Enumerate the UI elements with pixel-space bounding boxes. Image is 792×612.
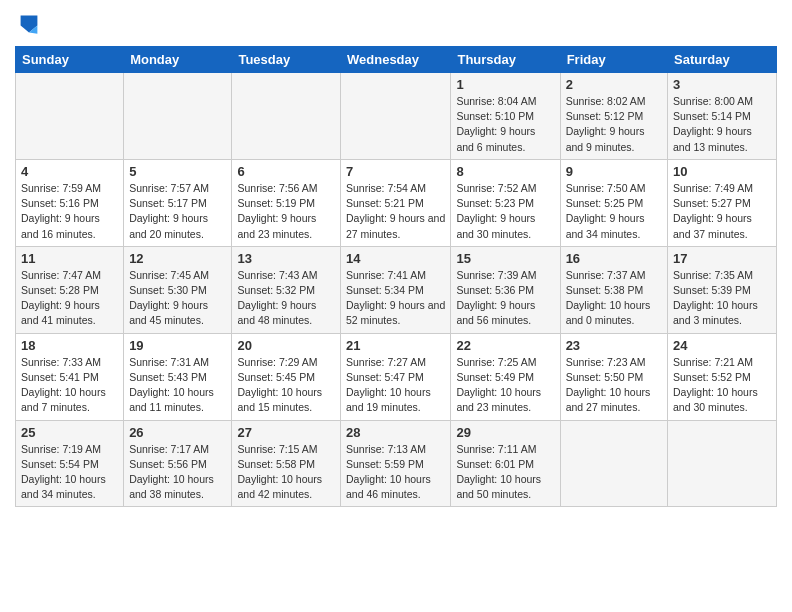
day-number: 21 <box>346 338 445 353</box>
day-info: Sunrise: 8:02 AMSunset: 5:12 PMDaylight:… <box>566 94 662 155</box>
day-info: Sunrise: 7:19 AMSunset: 5:54 PMDaylight:… <box>21 442 118 503</box>
calendar-cell: 21Sunrise: 7:27 AMSunset: 5:47 PMDayligh… <box>341 333 451 420</box>
weekday-header: Thursday <box>451 47 560 73</box>
day-info: Sunrise: 7:59 AMSunset: 5:16 PMDaylight:… <box>21 181 118 242</box>
day-number: 19 <box>129 338 226 353</box>
weekday-header: Tuesday <box>232 47 341 73</box>
day-number: 11 <box>21 251 118 266</box>
day-info: Sunrise: 7:31 AMSunset: 5:43 PMDaylight:… <box>129 355 226 416</box>
calendar-cell: 6Sunrise: 7:56 AMSunset: 5:19 PMDaylight… <box>232 159 341 246</box>
calendar-week-row: 11Sunrise: 7:47 AMSunset: 5:28 PMDayligh… <box>16 246 777 333</box>
weekday-header: Monday <box>124 47 232 73</box>
calendar-week-row: 18Sunrise: 7:33 AMSunset: 5:41 PMDayligh… <box>16 333 777 420</box>
day-info: Sunrise: 7:13 AMSunset: 5:59 PMDaylight:… <box>346 442 445 503</box>
weekday-header: Saturday <box>668 47 777 73</box>
day-number: 25 <box>21 425 118 440</box>
day-info: Sunrise: 7:45 AMSunset: 5:30 PMDaylight:… <box>129 268 226 329</box>
day-number: 9 <box>566 164 662 179</box>
calendar-cell: 10Sunrise: 7:49 AMSunset: 5:27 PMDayligh… <box>668 159 777 246</box>
calendar-cell: 24Sunrise: 7:21 AMSunset: 5:52 PMDayligh… <box>668 333 777 420</box>
calendar-cell: 29Sunrise: 7:11 AMSunset: 6:01 PMDayligh… <box>451 420 560 507</box>
weekday-header: Friday <box>560 47 667 73</box>
calendar-cell: 27Sunrise: 7:15 AMSunset: 5:58 PMDayligh… <box>232 420 341 507</box>
logo-icon <box>15 10 43 38</box>
day-number: 15 <box>456 251 554 266</box>
day-number: 7 <box>346 164 445 179</box>
day-info: Sunrise: 7:17 AMSunset: 5:56 PMDaylight:… <box>129 442 226 503</box>
day-number: 4 <box>21 164 118 179</box>
day-number: 16 <box>566 251 662 266</box>
page-header <box>15 10 777 38</box>
day-number: 1 <box>456 77 554 92</box>
calendar-cell: 14Sunrise: 7:41 AMSunset: 5:34 PMDayligh… <box>341 246 451 333</box>
calendar-cell: 23Sunrise: 7:23 AMSunset: 5:50 PMDayligh… <box>560 333 667 420</box>
day-number: 6 <box>237 164 335 179</box>
weekday-header: Sunday <box>16 47 124 73</box>
day-number: 17 <box>673 251 771 266</box>
calendar-cell <box>668 420 777 507</box>
calendar-cell <box>341 73 451 160</box>
weekday-header-row: SundayMondayTuesdayWednesdayThursdayFrid… <box>16 47 777 73</box>
calendar-cell: 11Sunrise: 7:47 AMSunset: 5:28 PMDayligh… <box>16 246 124 333</box>
day-info: Sunrise: 8:04 AMSunset: 5:10 PMDaylight:… <box>456 94 554 155</box>
calendar-cell: 22Sunrise: 7:25 AMSunset: 5:49 PMDayligh… <box>451 333 560 420</box>
day-info: Sunrise: 7:57 AMSunset: 5:17 PMDaylight:… <box>129 181 226 242</box>
day-number: 12 <box>129 251 226 266</box>
calendar-cell <box>560 420 667 507</box>
day-number: 5 <box>129 164 226 179</box>
calendar-cell: 16Sunrise: 7:37 AMSunset: 5:38 PMDayligh… <box>560 246 667 333</box>
calendar-cell: 18Sunrise: 7:33 AMSunset: 5:41 PMDayligh… <box>16 333 124 420</box>
day-number: 10 <box>673 164 771 179</box>
calendar-cell: 3Sunrise: 8:00 AMSunset: 5:14 PMDaylight… <box>668 73 777 160</box>
day-info: Sunrise: 7:56 AMSunset: 5:19 PMDaylight:… <box>237 181 335 242</box>
day-number: 20 <box>237 338 335 353</box>
day-info: Sunrise: 7:27 AMSunset: 5:47 PMDaylight:… <box>346 355 445 416</box>
calendar-cell: 7Sunrise: 7:54 AMSunset: 5:21 PMDaylight… <box>341 159 451 246</box>
logo <box>15 10 47 38</box>
calendar-cell <box>16 73 124 160</box>
calendar-cell: 9Sunrise: 7:50 AMSunset: 5:25 PMDaylight… <box>560 159 667 246</box>
calendar-cell <box>232 73 341 160</box>
calendar-cell: 25Sunrise: 7:19 AMSunset: 5:54 PMDayligh… <box>16 420 124 507</box>
calendar-cell: 13Sunrise: 7:43 AMSunset: 5:32 PMDayligh… <box>232 246 341 333</box>
calendar-cell: 2Sunrise: 8:02 AMSunset: 5:12 PMDaylight… <box>560 73 667 160</box>
day-info: Sunrise: 7:29 AMSunset: 5:45 PMDaylight:… <box>237 355 335 416</box>
day-info: Sunrise: 7:52 AMSunset: 5:23 PMDaylight:… <box>456 181 554 242</box>
day-number: 13 <box>237 251 335 266</box>
calendar-cell: 20Sunrise: 7:29 AMSunset: 5:45 PMDayligh… <box>232 333 341 420</box>
day-number: 23 <box>566 338 662 353</box>
calendar-cell: 26Sunrise: 7:17 AMSunset: 5:56 PMDayligh… <box>124 420 232 507</box>
day-info: Sunrise: 8:00 AMSunset: 5:14 PMDaylight:… <box>673 94 771 155</box>
day-info: Sunrise: 7:35 AMSunset: 5:39 PMDaylight:… <box>673 268 771 329</box>
calendar-cell: 28Sunrise: 7:13 AMSunset: 5:59 PMDayligh… <box>341 420 451 507</box>
weekday-header: Wednesday <box>341 47 451 73</box>
day-info: Sunrise: 7:43 AMSunset: 5:32 PMDaylight:… <box>237 268 335 329</box>
day-info: Sunrise: 7:11 AMSunset: 6:01 PMDaylight:… <box>456 442 554 503</box>
day-info: Sunrise: 7:54 AMSunset: 5:21 PMDaylight:… <box>346 181 445 242</box>
calendar-week-row: 4Sunrise: 7:59 AMSunset: 5:16 PMDaylight… <box>16 159 777 246</box>
day-number: 24 <box>673 338 771 353</box>
day-number: 2 <box>566 77 662 92</box>
calendar-cell: 5Sunrise: 7:57 AMSunset: 5:17 PMDaylight… <box>124 159 232 246</box>
day-number: 8 <box>456 164 554 179</box>
calendar-week-row: 25Sunrise: 7:19 AMSunset: 5:54 PMDayligh… <box>16 420 777 507</box>
calendar-week-row: 1Sunrise: 8:04 AMSunset: 5:10 PMDaylight… <box>16 73 777 160</box>
calendar-cell: 8Sunrise: 7:52 AMSunset: 5:23 PMDaylight… <box>451 159 560 246</box>
calendar-cell: 15Sunrise: 7:39 AMSunset: 5:36 PMDayligh… <box>451 246 560 333</box>
day-info: Sunrise: 7:37 AMSunset: 5:38 PMDaylight:… <box>566 268 662 329</box>
day-info: Sunrise: 7:50 AMSunset: 5:25 PMDaylight:… <box>566 181 662 242</box>
day-info: Sunrise: 7:21 AMSunset: 5:52 PMDaylight:… <box>673 355 771 416</box>
day-number: 29 <box>456 425 554 440</box>
day-info: Sunrise: 7:49 AMSunset: 5:27 PMDaylight:… <box>673 181 771 242</box>
calendar-cell: 19Sunrise: 7:31 AMSunset: 5:43 PMDayligh… <box>124 333 232 420</box>
day-number: 26 <box>129 425 226 440</box>
calendar-cell: 12Sunrise: 7:45 AMSunset: 5:30 PMDayligh… <box>124 246 232 333</box>
calendar-table: SundayMondayTuesdayWednesdayThursdayFrid… <box>15 46 777 507</box>
calendar-cell: 1Sunrise: 8:04 AMSunset: 5:10 PMDaylight… <box>451 73 560 160</box>
day-info: Sunrise: 7:47 AMSunset: 5:28 PMDaylight:… <box>21 268 118 329</box>
calendar-cell: 17Sunrise: 7:35 AMSunset: 5:39 PMDayligh… <box>668 246 777 333</box>
calendar-cell: 4Sunrise: 7:59 AMSunset: 5:16 PMDaylight… <box>16 159 124 246</box>
day-info: Sunrise: 7:25 AMSunset: 5:49 PMDaylight:… <box>456 355 554 416</box>
calendar-cell <box>124 73 232 160</box>
day-number: 27 <box>237 425 335 440</box>
